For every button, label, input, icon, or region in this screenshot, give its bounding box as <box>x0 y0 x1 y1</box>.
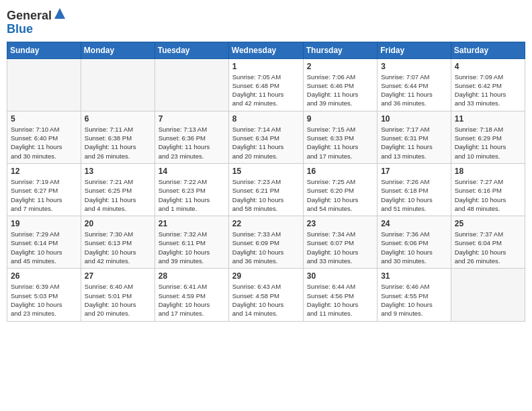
day-info: Sunrise: 7:14 AM Sunset: 6:34 PM Dayligh… <box>232 125 300 161</box>
day-number: 30 <box>307 271 373 281</box>
day-info: Sunrise: 7:18 AM Sunset: 6:29 PM Dayligh… <box>455 125 521 161</box>
day-number: 1 <box>232 62 300 71</box>
day-info: Sunrise: 6:39 AM Sunset: 5:03 PM Dayligh… <box>11 282 77 318</box>
weekday-header-friday: Friday <box>378 42 451 58</box>
calendar-cell <box>7 58 81 111</box>
calendar-cell: 1Sunrise: 7:05 AM Sunset: 6:48 PM Daylig… <box>228 58 303 111</box>
calendar-cell: 12Sunrise: 7:19 AM Sunset: 6:27 PM Dayli… <box>7 163 81 216</box>
calendar-cell <box>81 58 154 111</box>
day-number: 31 <box>381 271 447 281</box>
calendar-week-4: 19Sunrise: 7:29 AM Sunset: 6:14 PM Dayli… <box>7 216 525 269</box>
calendar-cell: 21Sunrise: 7:32 AM Sunset: 6:11 PM Dayli… <box>154 216 228 269</box>
day-number: 7 <box>159 114 225 124</box>
calendar-cell: 8Sunrise: 7:14 AM Sunset: 6:34 PM Daylig… <box>228 111 303 163</box>
calendar-cell: 22Sunrise: 7:33 AM Sunset: 6:09 PM Dayli… <box>228 216 303 269</box>
calendar-cell <box>154 58 228 111</box>
page-header: General Blue <box>7 7 525 36</box>
calendar-week-2: 5Sunrise: 7:10 AM Sunset: 6:40 PM Daylig… <box>7 111 525 163</box>
day-info: Sunrise: 7:05 AM Sunset: 6:48 PM Dayligh… <box>232 73 300 108</box>
day-info: Sunrise: 7:13 AM Sunset: 6:36 PM Dayligh… <box>159 125 225 161</box>
day-info: Sunrise: 7:22 AM Sunset: 6:23 PM Dayligh… <box>159 177 225 213</box>
svg-marker-0 <box>54 8 65 19</box>
logo-blue: Blue <box>7 23 66 36</box>
day-number: 27 <box>85 271 151 281</box>
weekday-header-sunday: Sunday <box>7 42 81 58</box>
day-number: 21 <box>159 219 225 228</box>
day-number: 9 <box>307 114 373 124</box>
calendar-cell: 20Sunrise: 7:30 AM Sunset: 6:13 PM Dayli… <box>81 216 154 269</box>
weekday-header-row: SundayMondayTuesdayWednesdayThursdayFrid… <box>7 42 525 58</box>
day-number: 25 <box>455 219 521 228</box>
calendar-cell: 7Sunrise: 7:13 AM Sunset: 6:36 PM Daylig… <box>154 111 228 163</box>
day-number: 6 <box>85 114 151 124</box>
logo-icon <box>53 7 66 20</box>
day-number: 26 <box>11 271 77 281</box>
calendar-cell: 4Sunrise: 7:09 AM Sunset: 6:42 PM Daylig… <box>451 58 525 111</box>
day-info: Sunrise: 7:26 AM Sunset: 6:18 PM Dayligh… <box>381 177 447 213</box>
calendar-cell: 29Sunrise: 6:43 AM Sunset: 4:58 PM Dayli… <box>228 269 303 321</box>
calendar-cell: 13Sunrise: 7:21 AM Sunset: 6:25 PM Dayli… <box>81 163 154 216</box>
calendar-cell: 11Sunrise: 7:18 AM Sunset: 6:29 PM Dayli… <box>451 111 525 163</box>
calendar-cell: 30Sunrise: 6:44 AM Sunset: 4:56 PM Dayli… <box>303 269 377 321</box>
weekday-header-tuesday: Tuesday <box>154 42 228 58</box>
day-number: 28 <box>159 271 225 281</box>
calendar-cell: 5Sunrise: 7:10 AM Sunset: 6:40 PM Daylig… <box>7 111 81 163</box>
day-number: 12 <box>11 167 77 176</box>
day-info: Sunrise: 7:36 AM Sunset: 6:06 PM Dayligh… <box>381 230 447 265</box>
calendar-cell: 19Sunrise: 7:29 AM Sunset: 6:14 PM Dayli… <box>7 216 81 269</box>
calendar-cell: 31Sunrise: 6:46 AM Sunset: 4:55 PM Dayli… <box>378 269 451 321</box>
day-info: Sunrise: 7:34 AM Sunset: 6:07 PM Dayligh… <box>307 230 373 265</box>
day-info: Sunrise: 7:19 AM Sunset: 6:27 PM Dayligh… <box>11 177 77 213</box>
day-info: Sunrise: 7:10 AM Sunset: 6:40 PM Dayligh… <box>11 125 77 161</box>
day-info: Sunrise: 7:09 AM Sunset: 6:42 PM Dayligh… <box>455 73 521 108</box>
day-number: 4 <box>455 62 521 71</box>
logo-general: General <box>7 9 52 23</box>
weekday-header-saturday: Saturday <box>451 42 525 58</box>
calendar-cell: 2Sunrise: 7:06 AM Sunset: 6:46 PM Daylig… <box>303 58 377 111</box>
calendar-cell: 3Sunrise: 7:07 AM Sunset: 6:44 PM Daylig… <box>378 58 451 111</box>
day-info: Sunrise: 7:27 AM Sunset: 6:16 PM Dayligh… <box>455 177 521 213</box>
day-info: Sunrise: 7:37 AM Sunset: 6:04 PM Dayligh… <box>455 230 521 265</box>
day-number: 17 <box>381 167 447 176</box>
calendar-cell: 17Sunrise: 7:26 AM Sunset: 6:18 PM Dayli… <box>378 163 451 216</box>
calendar-cell: 6Sunrise: 7:11 AM Sunset: 6:38 PM Daylig… <box>81 111 154 163</box>
day-number: 8 <box>232 114 300 124</box>
day-number: 24 <box>381 219 447 228</box>
day-info: Sunrise: 6:43 AM Sunset: 4:58 PM Dayligh… <box>232 282 300 318</box>
calendar-table: SundayMondayTuesdayWednesdayThursdayFrid… <box>7 42 525 322</box>
day-number: 14 <box>159 167 225 176</box>
day-info: Sunrise: 7:15 AM Sunset: 6:33 PM Dayligh… <box>307 125 373 161</box>
day-info: Sunrise: 6:46 AM Sunset: 4:55 PM Dayligh… <box>381 282 447 318</box>
calendar-cell: 28Sunrise: 6:41 AM Sunset: 4:59 PM Dayli… <box>154 269 228 321</box>
day-number: 23 <box>307 219 373 228</box>
day-info: Sunrise: 6:41 AM Sunset: 4:59 PM Dayligh… <box>159 282 225 318</box>
day-info: Sunrise: 7:07 AM Sunset: 6:44 PM Dayligh… <box>381 73 447 108</box>
calendar-week-5: 26Sunrise: 6:39 AM Sunset: 5:03 PM Dayli… <box>7 269 525 321</box>
day-info: Sunrise: 6:40 AM Sunset: 5:01 PM Dayligh… <box>85 282 151 318</box>
calendar-cell: 27Sunrise: 6:40 AM Sunset: 5:01 PM Dayli… <box>81 269 154 321</box>
calendar-cell: 14Sunrise: 7:22 AM Sunset: 6:23 PM Dayli… <box>154 163 228 216</box>
day-info: Sunrise: 7:23 AM Sunset: 6:21 PM Dayligh… <box>232 177 300 213</box>
day-number: 10 <box>381 114 447 124</box>
day-info: Sunrise: 7:29 AM Sunset: 6:14 PM Dayligh… <box>11 230 77 265</box>
weekday-header-wednesday: Wednesday <box>228 42 303 58</box>
day-info: Sunrise: 7:25 AM Sunset: 6:20 PM Dayligh… <box>307 177 373 213</box>
day-info: Sunrise: 7:33 AM Sunset: 6:09 PM Dayligh… <box>232 230 300 265</box>
calendar-week-1: 1Sunrise: 7:05 AM Sunset: 6:48 PM Daylig… <box>7 58 525 111</box>
day-info: Sunrise: 7:32 AM Sunset: 6:11 PM Dayligh… <box>159 230 225 265</box>
day-info: Sunrise: 7:17 AM Sunset: 6:31 PM Dayligh… <box>381 125 447 161</box>
day-info: Sunrise: 7:30 AM Sunset: 6:13 PM Dayligh… <box>85 230 151 265</box>
weekday-header-monday: Monday <box>81 42 154 58</box>
day-number: 5 <box>11 114 77 124</box>
weekday-header-thursday: Thursday <box>303 42 377 58</box>
day-number: 11 <box>455 114 521 124</box>
calendar-cell: 10Sunrise: 7:17 AM Sunset: 6:31 PM Dayli… <box>378 111 451 163</box>
calendar-cell: 25Sunrise: 7:37 AM Sunset: 6:04 PM Dayli… <box>451 216 525 269</box>
calendar-cell: 23Sunrise: 7:34 AM Sunset: 6:07 PM Dayli… <box>303 216 377 269</box>
day-number: 20 <box>85 219 151 228</box>
calendar-week-3: 12Sunrise: 7:19 AM Sunset: 6:27 PM Dayli… <box>7 163 525 216</box>
day-info: Sunrise: 7:21 AM Sunset: 6:25 PM Dayligh… <box>85 177 151 213</box>
day-number: 16 <box>307 167 373 176</box>
calendar-cell <box>451 269 525 321</box>
calendar-cell: 18Sunrise: 7:27 AM Sunset: 6:16 PM Dayli… <box>451 163 525 216</box>
